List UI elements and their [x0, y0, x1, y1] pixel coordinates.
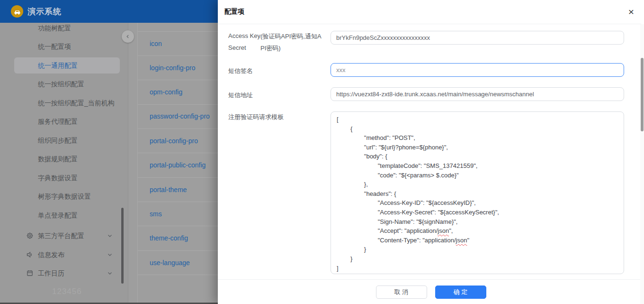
close-icon[interactable]: ×	[625, 5, 637, 18]
chevron-down-icon[interactable]	[107, 233, 113, 239]
screen: 演示系统 功能树配置 统一配置项 统一通用配置 统一按组织配置 统一按组织配置_…	[0, 0, 644, 304]
sidebar-item-unified-common-config[interactable]: 统一通用配置	[38, 61, 78, 70]
register-template-label: 注册验证码请求模板	[228, 113, 284, 121]
row-divider	[138, 202, 218, 202]
sidebar-collapse-button[interactable]	[122, 30, 134, 43]
sidebar-scrollbar-thumb[interactable]	[121, 208, 124, 284]
row-divider	[138, 177, 218, 178]
row-divider	[138, 55, 218, 56]
sidebar-item-unified-config[interactable]: 统一配置项	[38, 42, 71, 51]
config-item-use-language[interactable]: use-language	[150, 258, 190, 267]
config-item-sms[interactable]: sms	[150, 209, 162, 219]
sidebar-item-dict-data[interactable]: 字典数据设置	[38, 173, 78, 183]
sidebar-item-function-tree[interactable]: 功能树配置	[38, 23, 71, 33]
access-key-secret-label-line2: Secret	[228, 44, 246, 51]
access-key-secret-hint-line2: PI密码)	[260, 44, 281, 53]
config-item-portal-config-pro[interactable]: portal-config-pro	[150, 136, 198, 146]
chevron-left-icon	[125, 34, 131, 39]
sidebar-item-info-publish[interactable]: 信息发布	[38, 250, 64, 259]
access-key-secret-hint-line1: (验证码API密码,通知A	[260, 32, 322, 41]
app-title: 演示系统	[27, 6, 62, 17]
row-divider	[138, 80, 218, 80]
row-divider	[138, 31, 218, 32]
drawer-scrollbar-thumb[interactable]	[641, 58, 644, 131]
sidebar-item-data-rule[interactable]: 数据规则配置	[38, 154, 78, 164]
row-divider	[138, 153, 218, 153]
gear-icon	[26, 232, 34, 240]
row-divider	[138, 275, 218, 275]
config-list-left-border	[137, 23, 138, 304]
chevron-down-icon[interactable]	[107, 252, 113, 258]
calendar-icon	[26, 269, 34, 277]
sidebar-item-service-proxy[interactable]: 服务代理配置	[38, 117, 78, 126]
sms-url-label: 短信地址	[228, 91, 253, 100]
access-key-secret-label-line1: Access Key	[228, 32, 260, 39]
config-item-password-config-pro[interactable]: password-config-pro	[150, 111, 210, 121]
row-divider	[138, 104, 218, 105]
sidebar-item-sso-config[interactable]: 单点登录配置	[38, 211, 78, 220]
config-item-portal-theme[interactable]: portal-theme	[150, 185, 187, 194]
sidebar-item-org-sync[interactable]: 组织同步配置	[38, 136, 78, 145]
cancel-button[interactable]: 取 消	[376, 286, 427, 299]
sidebar-divider	[128, 23, 128, 304]
sms-sign-label: 短信签名	[228, 67, 253, 75]
sidebar-item-tree-dict-data[interactable]: 树形字典数据设置	[38, 192, 91, 201]
car-icon	[13, 8, 21, 16]
drawer-footer: 取 消 确 定	[218, 279, 644, 304]
config-item-login-config-pro[interactable]: login-config-pro	[150, 63, 196, 73]
sidebar-item-work-calendar[interactable]: 工作日历	[38, 268, 64, 278]
top-header-bar: 演示系统	[0, 0, 218, 23]
app-logo-icon	[11, 5, 23, 18]
row-divider	[138, 250, 218, 251]
sms-sign-input[interactable]	[331, 63, 624, 77]
config-item-theme-config[interactable]: theme-config	[150, 233, 188, 243]
sidebar-item-org-config[interactable]: 统一按组织配置	[38, 79, 84, 89]
drawer-header-divider	[218, 24, 641, 24]
watermark: 123456	[52, 287, 82, 296]
speaker-icon	[26, 251, 34, 258]
sidebar-item-org-config-current[interactable]: 统一按组织配置_当前机构	[38, 98, 115, 108]
register-template-textarea[interactable]: [ { "method": "POST", "url": "${url}?pho…	[331, 111, 624, 274]
sms-url-input[interactable]	[331, 87, 624, 101]
config-item-portal-public-config[interactable]: portal-public-config	[150, 160, 206, 170]
drawer-title: 配置项	[224, 8, 244, 16]
sidebar-item-third-party-platform[interactable]: 第三方平台配置	[38, 231, 84, 240]
access-key-secret-input[interactable]	[331, 31, 624, 45]
row-divider	[138, 129, 218, 129]
config-item-opm-config[interactable]: opm-config	[150, 87, 182, 97]
confirm-button[interactable]: 确 定	[435, 286, 486, 299]
config-item-icon[interactable]: icon	[150, 39, 162, 48]
row-divider	[138, 226, 218, 226]
chevron-down-icon[interactable]	[107, 270, 113, 276]
